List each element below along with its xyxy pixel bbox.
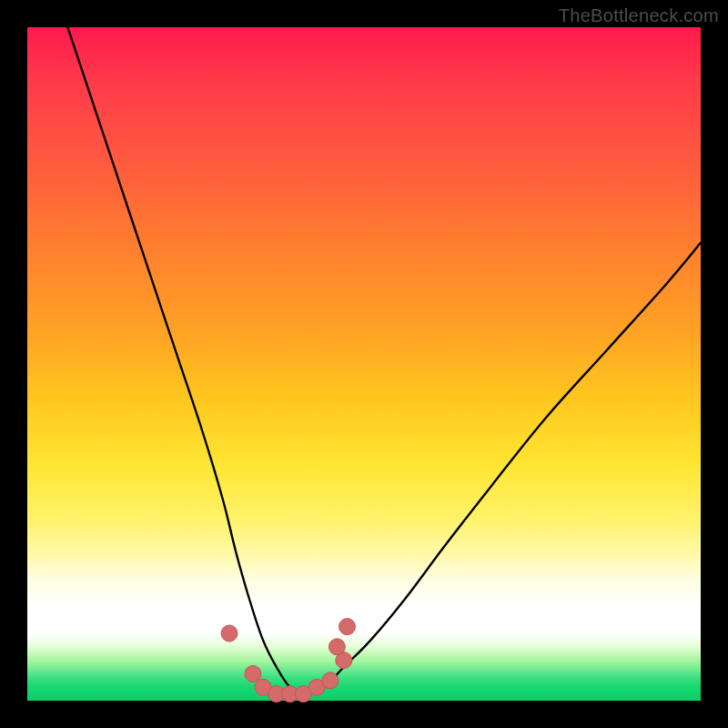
chart-frame: TheBottleneck.com (0, 0, 728, 728)
watermark-text: TheBottleneck.com (559, 5, 719, 26)
bottom-marker (221, 625, 238, 642)
bottom-marker-group (221, 619, 356, 703)
bottom-marker (245, 665, 261, 682)
bottleneck-curve (67, 27, 701, 694)
bottom-marker (329, 639, 345, 655)
bottom-marker (339, 619, 356, 635)
chart-svg (27, 27, 701, 701)
bottom-marker (322, 672, 339, 689)
plot-area (27, 27, 701, 701)
